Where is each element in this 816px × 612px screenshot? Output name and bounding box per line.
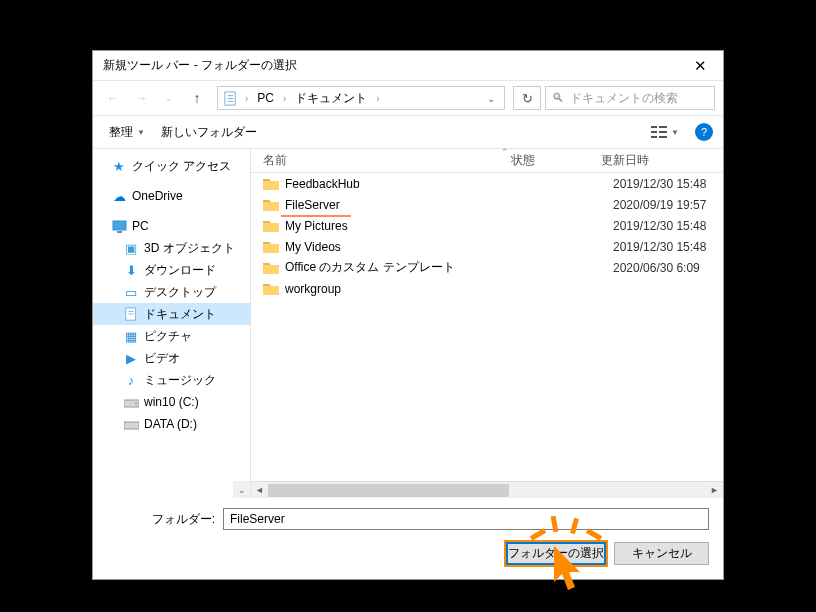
toolbar: 整理 ▼ 新しいフォルダー ▼ ? xyxy=(93,115,723,149)
main-area: ★ クイック アクセス ☁ OneDrive PC ▣ 3D オブジェクト ⬇ xyxy=(93,149,723,498)
nav-documents[interactable]: ドキュメント xyxy=(93,303,250,325)
folder-icon xyxy=(263,219,279,233)
navbar: ← → ⌄ ↑ › PC › ドキュメント › ⌄ ↻ 🔍︎ ドキュメントの検索 xyxy=(93,81,723,115)
scroll-left-icon[interactable]: ◄ xyxy=(251,485,268,495)
organize-button[interactable]: 整理 ▼ xyxy=(103,121,151,144)
column-name[interactable]: 名前 xyxy=(251,152,511,169)
file-row[interactable]: FileServer 2020/09/19 19:57 xyxy=(251,194,723,215)
folder-name-input[interactable] xyxy=(223,508,709,530)
nav-pc[interactable]: PC xyxy=(93,215,250,237)
file-row[interactable]: My Videos 2019/12/30 15:48 xyxy=(251,236,723,257)
column-headers: 名前 ⌃ 状態 更新日時 xyxy=(251,149,723,173)
up-button[interactable]: ↑ xyxy=(185,86,209,110)
folder-icon xyxy=(263,261,279,275)
address-bar[interactable]: › PC › ドキュメント › ⌄ xyxy=(217,86,505,110)
breadcrumb-documents[interactable]: ドキュメント xyxy=(293,90,369,107)
chevron-right-icon: › xyxy=(373,93,382,104)
sort-indicator-icon: ⌃ xyxy=(501,147,509,157)
button-row: フォルダーの選択 キャンセル xyxy=(107,542,709,565)
recent-dropdown[interactable]: ⌄ xyxy=(157,86,181,110)
folder-icon xyxy=(263,177,279,191)
svg-rect-4 xyxy=(651,126,657,128)
view-icon xyxy=(651,125,667,139)
svg-rect-6 xyxy=(651,136,657,138)
nav-music[interactable]: ♪ ミュージック xyxy=(93,369,250,391)
column-status[interactable]: 状態 xyxy=(511,152,601,169)
forward-button[interactable]: → xyxy=(129,86,153,110)
horizontal-scrollbar[interactable]: ◄ ► xyxy=(251,481,723,498)
close-button[interactable]: ✕ xyxy=(678,51,723,81)
chevron-right-icon: › xyxy=(280,93,289,104)
folder-select-dialog: 新規ツール バー - フォルダーの選択 ✕ ← → ⌄ ↑ › PC › ドキュ… xyxy=(92,50,724,580)
file-row[interactable]: My Pictures 2019/12/30 15:48 xyxy=(251,215,723,236)
3d-objects-icon: ▣ xyxy=(123,240,139,256)
folder-icon xyxy=(263,198,279,212)
cancel-button[interactable]: キャンセル xyxy=(614,542,709,565)
chevron-right-icon: › xyxy=(242,93,251,104)
svg-rect-10 xyxy=(113,221,126,230)
pc-icon xyxy=(111,218,127,234)
nav-3d-objects[interactable]: ▣ 3D オブジェクト xyxy=(93,237,250,259)
nav-desktop[interactable]: ▭ デスクトップ xyxy=(93,281,250,303)
help-button[interactable]: ? xyxy=(695,123,713,141)
pictures-icon: ▦ xyxy=(123,328,139,344)
music-icon: ♪ xyxy=(123,372,139,388)
downloads-icon: ⬇ xyxy=(123,262,139,278)
navigation-pane: ★ クイック アクセス ☁ OneDrive PC ▣ 3D オブジェクト ⬇ xyxy=(93,149,251,498)
nav-onedrive[interactable]: ☁ OneDrive xyxy=(93,185,250,207)
videos-icon: ▶ xyxy=(123,350,139,366)
folder-icon xyxy=(263,282,279,296)
chevron-down-icon: ▼ xyxy=(671,128,679,137)
new-folder-button[interactable]: 新しいフォルダー xyxy=(155,121,263,144)
nav-pictures[interactable]: ▦ ピクチャ xyxy=(93,325,250,347)
svg-rect-8 xyxy=(659,131,667,133)
nav-videos[interactable]: ▶ ビデオ xyxy=(93,347,250,369)
back-button[interactable]: ← xyxy=(101,86,125,110)
svg-point-16 xyxy=(135,402,137,404)
onedrive-icon: ☁ xyxy=(111,188,127,204)
folder-field-row: フォルダー: xyxy=(107,508,709,530)
nav-c-drive[interactable]: win10 (C:) xyxy=(93,391,250,413)
svg-rect-17 xyxy=(124,422,139,429)
navpane-scroll-down[interactable]: ⌄ xyxy=(233,481,250,498)
svg-rect-9 xyxy=(659,136,667,138)
breadcrumb-pc[interactable]: PC xyxy=(255,91,276,105)
search-icon: 🔍︎ xyxy=(552,91,564,105)
nav-downloads[interactable]: ⬇ ダウンロード xyxy=(93,259,250,281)
refresh-button[interactable]: ↻ xyxy=(513,86,541,110)
quick-access-icon: ★ xyxy=(111,158,127,174)
window-title: 新規ツール バー - フォルダーの選択 xyxy=(103,57,297,74)
nav-quick-access[interactable]: ★ クイック アクセス xyxy=(93,155,250,177)
search-input[interactable]: 🔍︎ ドキュメントの検索 xyxy=(545,86,715,110)
column-date[interactable]: 更新日時 xyxy=(601,152,723,169)
file-row[interactable]: Office のカスタム テンプレート 2020/06/30 6:09 xyxy=(251,257,723,278)
nav-d-drive[interactable]: DATA (D:) xyxy=(93,413,250,435)
file-row[interactable]: workgroup xyxy=(251,278,723,299)
desktop-icon: ▭ xyxy=(123,284,139,300)
documents-icon xyxy=(222,90,238,106)
folder-field-label: フォルダー: xyxy=(107,511,215,528)
address-dropdown[interactable]: ⌄ xyxy=(482,93,500,104)
svg-rect-11 xyxy=(117,231,122,233)
scroll-thumb[interactable] xyxy=(268,484,509,497)
annotation-underline xyxy=(281,215,351,217)
svg-rect-7 xyxy=(659,126,667,128)
search-placeholder: ドキュメントの検索 xyxy=(570,90,678,107)
scroll-right-icon[interactable]: ► xyxy=(706,485,723,495)
select-folder-button[interactable]: フォルダーの選択 xyxy=(506,542,606,565)
drive-icon xyxy=(123,394,139,410)
chevron-down-icon: ▼ xyxy=(137,128,145,137)
file-rows-area[interactable]: FeedbackHub 2019/12/30 15:48 FileServer … xyxy=(251,173,723,481)
documents-icon xyxy=(123,306,139,322)
titlebar: 新規ツール バー - フォルダーの選択 ✕ xyxy=(93,51,723,81)
svg-rect-5 xyxy=(651,131,657,133)
drive-icon xyxy=(123,416,139,432)
file-list: 名前 ⌃ 状態 更新日時 FeedbackHub 2019/12/30 15:4… xyxy=(251,149,723,498)
file-row[interactable]: FeedbackHub 2019/12/30 15:48 xyxy=(251,173,723,194)
view-options-button[interactable]: ▼ xyxy=(647,123,683,141)
folder-icon xyxy=(263,240,279,254)
footer: フォルダー: フォルダーの選択 キャンセル xyxy=(93,498,723,579)
